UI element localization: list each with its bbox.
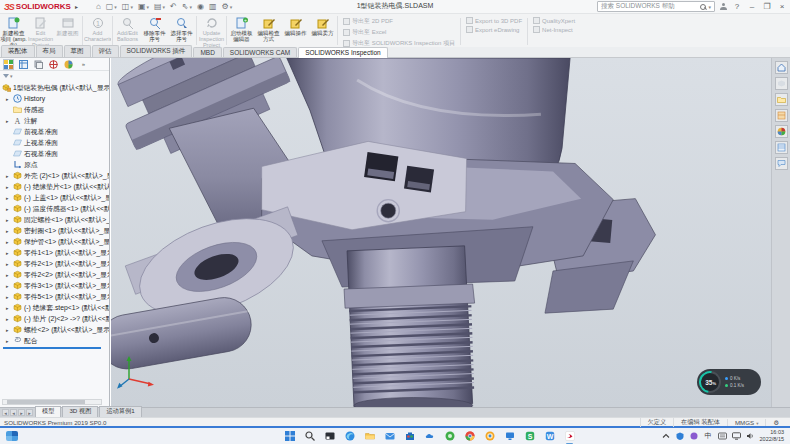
tree-item[interactable]: 右视基准面 bbox=[0, 148, 109, 159]
add-characteristic-button[interactable]: 1Add Characteristic bbox=[84, 14, 111, 47]
login-icon[interactable] bbox=[720, 3, 727, 10]
volume-icon[interactable] bbox=[746, 432, 755, 441]
expand-arrow-icon[interactable]: ▸ bbox=[6, 294, 11, 300]
tree-item[interactable]: ▸(-) 绝缘套.step<1> (默认<<默认> bbox=[0, 302, 109, 313]
bottom-tab-3D视图[interactable]: 3D 视图 bbox=[62, 406, 98, 417]
search-icon[interactable] bbox=[700, 4, 706, 10]
bottom-tab-运动算例1[interactable]: 运动算例1 bbox=[99, 406, 141, 417]
select-balloons-button[interactable]: 选择零件序号 bbox=[168, 14, 195, 47]
filter-funnel-icon[interactable] bbox=[3, 74, 9, 78]
export-menu-item[interactable]: 导出至 2D PDF bbox=[343, 17, 455, 26]
tree-root-item[interactable]: 1型铠装热电偶 (默认<默认_显示状态-1 bbox=[0, 82, 109, 93]
export-menu-item[interactable]: Export to 3D PDF bbox=[466, 17, 522, 24]
dimxpertmanager-tab[interactable] bbox=[48, 59, 59, 70]
edit-inspection-methods-button[interactable]: 编辑检查方式 bbox=[255, 14, 282, 47]
expand-arrow-icon[interactable]: ▸ bbox=[6, 338, 11, 344]
taskbar-search-icon[interactable] bbox=[304, 431, 315, 442]
tree-item[interactable]: ▸(-) 垫片 (2)<2> ->? (默认<<默认 bbox=[0, 313, 109, 324]
expand-arrow-icon[interactable]: ▸ bbox=[6, 96, 11, 102]
tree-item[interactable]: ▸(-) 绝缘垫片<1> (默认<<默认>_显 bbox=[0, 181, 109, 192]
tab-评估[interactable]: 评估 bbox=[92, 45, 119, 57]
expand-arrow-icon[interactable]: ▸ bbox=[6, 239, 11, 245]
solidworks-resources-icon[interactable] bbox=[775, 61, 788, 74]
solidworks-forum-icon[interactable] bbox=[775, 157, 788, 170]
tree-item[interactable]: ▸固定螺栓<1> (默认<<默认>_显示 bbox=[0, 214, 109, 225]
configurationmanager-tab[interactable] bbox=[33, 59, 44, 70]
tab-scroll-next-icon[interactable]: ▸ bbox=[18, 409, 25, 416]
taskbar-taskview-icon[interactable] bbox=[324, 431, 335, 442]
expand-arrow-icon[interactable]: ▸ bbox=[6, 283, 11, 289]
home-icon[interactable]: ⌂ bbox=[96, 2, 101, 11]
expand-arrow-icon[interactable]: ▸ bbox=[6, 206, 11, 212]
remove-balloons-button[interactable]: 移除零件序号 bbox=[141, 14, 168, 47]
taskbar-browser-icon[interactable] bbox=[484, 431, 495, 442]
open-icon[interactable]: ◫▾ bbox=[122, 2, 133, 11]
featuremanager-tab[interactable] bbox=[3, 59, 14, 70]
taskbar-onedrive-icon[interactable] bbox=[424, 431, 435, 442]
display-settings-icon[interactable]: ▥ bbox=[209, 2, 217, 11]
tree-item[interactable]: ▸(-) 温度传感器<1> (默认<<默认>_ bbox=[0, 203, 109, 214]
appearances-scenes-icon[interactable] bbox=[775, 125, 788, 138]
expand-arrow-icon[interactable]: ▸ bbox=[6, 327, 11, 333]
filter-caret-icon[interactable]: ▾ bbox=[10, 73, 13, 79]
tree-item[interactable]: ▸配合 bbox=[0, 335, 109, 346]
expand-arrow-icon[interactable]: ▸ bbox=[6, 184, 11, 190]
taskbar-file-explorer-icon[interactable] bbox=[364, 431, 375, 442]
taskbar-solidworks-icon[interactable] bbox=[564, 431, 575, 442]
custom-properties-icon[interactable] bbox=[775, 141, 788, 154]
tab-装配体[interactable]: 装配体 bbox=[1, 45, 35, 57]
select-icon[interactable]: ⇖▾ bbox=[182, 2, 192, 11]
tree-item[interactable]: ▸A注解 bbox=[0, 115, 109, 126]
tab-scroll-last-icon[interactable]: ▸ bbox=[26, 409, 33, 416]
restore-button[interactable]: ❐ bbox=[762, 2, 772, 11]
export-menu-item[interactable]: 导出至 Excel bbox=[343, 28, 455, 37]
tab-solidworks-cam[interactable]: SOLIDWORKS CAM bbox=[223, 47, 297, 57]
tree-item[interactable]: ▸零件1<1> (默认<<默认>_显示状态 bbox=[0, 247, 109, 258]
expand-arrow-icon[interactable]: ▸ bbox=[6, 305, 11, 311]
save-icon[interactable]: ▣▾ bbox=[138, 2, 149, 11]
taskbar-remote-desktop-icon[interactable] bbox=[504, 431, 515, 442]
rebuild-icon[interactable]: ◉ bbox=[197, 2, 204, 11]
expand-arrow-icon[interactable]: ▸ bbox=[6, 195, 11, 201]
expand-arrow-icon[interactable]: ▸ bbox=[6, 217, 11, 223]
expand-arrow-icon[interactable]: ▸ bbox=[6, 228, 11, 234]
expand-arrow-icon[interactable]: ▸ bbox=[6, 250, 11, 256]
new-inspection-project-button[interactable]: 新建检查项目 (amp.向) bbox=[0, 14, 27, 47]
tree-item[interactable]: ▸密封圈<1> (默认<<默认>_显示状 bbox=[0, 225, 109, 236]
tab-solidworks-插件[interactable]: SOLIDWORKS 插件 bbox=[120, 45, 193, 57]
expand-arrow-icon[interactable]: ▸ bbox=[6, 316, 11, 322]
view-palette-icon[interactable] bbox=[775, 109, 788, 122]
tray-clock[interactable]: 16:032022/8/15 bbox=[760, 429, 788, 442]
tree-item[interactable]: 原点 bbox=[0, 159, 109, 170]
search-caret-icon[interactable]: ▾ bbox=[708, 4, 711, 10]
taskbar-wps-icon[interactable]: W bbox=[544, 431, 555, 442]
add-edit-balloons-button[interactable]: Add/Edit Balloons bbox=[114, 14, 141, 47]
taskbar-store-icon[interactable] bbox=[404, 431, 415, 442]
tree-item[interactable]: ▸History bbox=[0, 93, 109, 104]
update-inspection-project-button[interactable]: Update Inspection Project bbox=[198, 14, 225, 47]
tree-item[interactable]: 前视基准面 bbox=[0, 126, 109, 137]
options-icon[interactable]: ⚙▾ bbox=[222, 2, 233, 11]
propertymanager-tab[interactable] bbox=[18, 59, 29, 70]
taskbar-chrome-icon[interactable] bbox=[464, 431, 475, 442]
help-search-input[interactable]: 搜索 SOLIDWORKS 帮助 ▾ bbox=[597, 1, 715, 12]
tree-item[interactable]: ▸零件5<1> (默认<<默认>_显示状态 bbox=[0, 291, 109, 302]
export-menu-item[interactable]: Net-Inspect bbox=[533, 26, 575, 33]
tree-item[interactable]: ▸外壳 (2)<1> (默认<<默认>_显示状 bbox=[0, 170, 109, 181]
display-cast-icon[interactable] bbox=[732, 432, 741, 441]
export-menu-item[interactable]: QualityXpert bbox=[533, 17, 575, 24]
launch-template-editor-button[interactable]: +启动模板编辑器 bbox=[228, 14, 255, 47]
tab-solidworks-inspection[interactable]: SOLIDWORKS Inspection bbox=[298, 47, 388, 58]
expand-arrow-icon[interactable]: ▸ bbox=[6, 173, 11, 179]
widgets-icon[interactable] bbox=[6, 431, 18, 441]
overflow-tab[interactable]: » bbox=[78, 59, 89, 70]
tree-item[interactable]: ▸零件3<1> (默认<<默认>_显示状态 bbox=[0, 280, 109, 291]
undo-icon[interactable]: ↶ bbox=[170, 2, 177, 11]
taskbar-app-s-icon[interactable]: S bbox=[524, 431, 535, 442]
expand-arrow-icon[interactable]: ▸ bbox=[6, 118, 11, 124]
status-options-icon[interactable]: ⚙ bbox=[765, 419, 786, 426]
performance-widget[interactable]: 35% 0 K/s 0.1 K/s bbox=[697, 369, 761, 395]
print-icon[interactable]: ▤▾ bbox=[154, 2, 165, 11]
tab-布局[interactable]: 布局 bbox=[36, 45, 63, 57]
expand-arrow-icon[interactable]: ▸ bbox=[6, 261, 11, 267]
